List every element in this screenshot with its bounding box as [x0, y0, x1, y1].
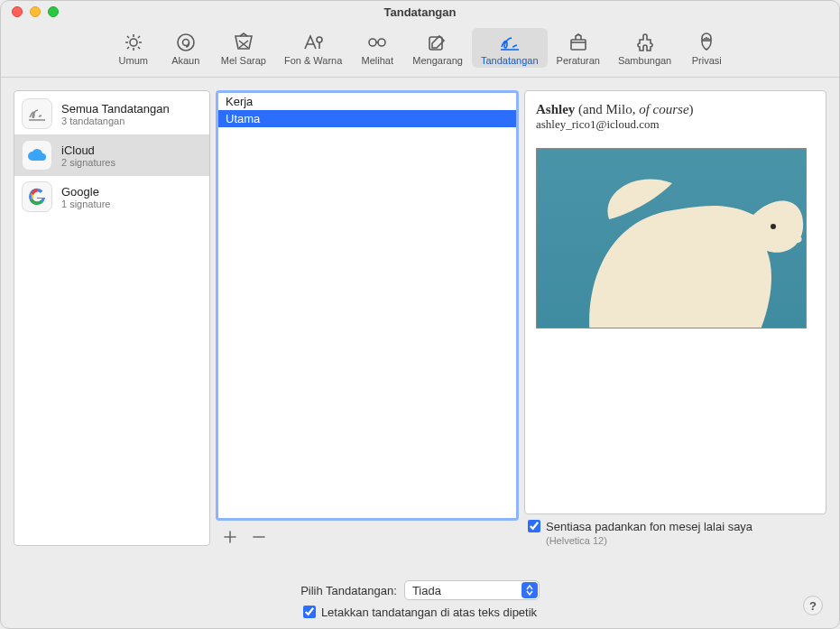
preferences-toolbar: UmumAkaunMel SarapFon & WarnaMelihatMeng…	[1, 23, 839, 78]
svg-point-8	[771, 224, 776, 229]
titlebar: Tandatangan	[1, 1, 839, 23]
svg-rect-7	[571, 40, 586, 50]
account-item[interactable]: Semua Tandatangan3 tandatangan	[14, 93, 209, 134]
rules-icon	[566, 32, 591, 53]
choose-signature-select[interactable]: Tiada	[404, 580, 540, 600]
above-quoted-label[interactable]: Letakkan tandatangan di atas teks dipeti…	[321, 606, 537, 619]
junk-icon	[231, 32, 256, 53]
window-title: Tandatangan	[1, 5, 839, 19]
match-font-checkbox[interactable]	[528, 520, 540, 532]
toolbar-label: Tandatangan	[481, 55, 539, 66]
svg-point-1	[178, 34, 194, 51]
toolbar-privacy[interactable]: Privasi	[680, 28, 733, 68]
toolbar-general[interactable]: Umum	[107, 28, 160, 68]
account-item[interactable]: iCloud2 signatures	[14, 134, 209, 176]
privacy-icon	[694, 32, 719, 53]
toolbar-viewing[interactable]: Melihat	[351, 28, 403, 68]
match-font-label[interactable]: Sentiasa padankan fon mesej lalai saya	[546, 520, 752, 533]
toolbar-extensions[interactable]: Sambungan	[609, 28, 680, 68]
google-icon	[22, 181, 52, 212]
toolbar-signatures[interactable]: Tandatangan	[472, 28, 548, 68]
signature-row[interactable]: Utama	[218, 110, 516, 127]
toolbar-label: Privasi	[692, 55, 722, 66]
extensions-icon	[632, 32, 658, 53]
toolbar-label: Umum	[119, 55, 148, 66]
toolbar-label: Melihat	[362, 55, 393, 66]
fonts-icon	[300, 32, 326, 53]
toolbar-rules[interactable]: Peraturan	[548, 28, 609, 68]
signature-preview-name: Ashley (and Milo, of course)	[536, 102, 815, 117]
toolbar-label: Sambungan	[618, 55, 671, 66]
choose-signature-value: Tiada	[412, 584, 441, 597]
signature-row[interactable]: Kerja	[218, 93, 516, 110]
toolbar-label: Mel Sarap	[221, 55, 266, 66]
general-icon	[121, 32, 146, 53]
toolbar-composing[interactable]: Mengarang	[403, 28, 472, 68]
account-item[interactable]: Google1 signature	[14, 176, 209, 217]
cloud-icon	[22, 140, 52, 171]
toolbar-label: Fon & Warna	[284, 55, 342, 66]
pen-icon	[22, 98, 52, 129]
account-sub: 3 tandatangan	[61, 116, 170, 126]
add-signature-button[interactable]	[221, 528, 239, 546]
above-quoted-checkbox[interactable]	[303, 606, 316, 618]
signature-preview-email: ashley_rico1@icloud.com	[536, 117, 815, 132]
toolbar-fonts[interactable]: Fon & Warna	[275, 28, 351, 68]
account-name: iCloud	[61, 143, 115, 157]
account-name: Semua Tandatangan	[61, 102, 170, 116]
accounts-list[interactable]: Semua Tandatangan3 tandatanganiCloud2 si…	[14, 90, 210, 546]
toolbar-label: Peraturan	[557, 55, 600, 66]
select-arrows-icon	[522, 582, 538, 598]
accounts-icon	[173, 32, 198, 53]
match-font-hint: (Helvetica 12)	[546, 535, 823, 546]
toolbar-junk[interactable]: Mel Sarap	[212, 28, 275, 68]
choose-signature-label: Pilih Tandatangan:	[300, 584, 397, 597]
signature-preview[interactable]: Ashley (and Milo, of course) ashley_rico…	[524, 90, 826, 514]
signatures-icon	[497, 32, 522, 53]
composing-icon	[425, 32, 450, 53]
signature-list[interactable]: KerjaUtama	[216, 90, 519, 521]
toolbar-label: Akaun	[171, 55, 199, 66]
svg-point-4	[369, 39, 376, 46]
svg-point-0	[130, 39, 137, 46]
account-sub: 1 signature	[61, 199, 110, 209]
svg-point-3	[317, 37, 322, 42]
account-sub: 2 signatures	[61, 157, 115, 168]
remove-signature-button[interactable]	[250, 528, 268, 546]
toolbar-label: Mengarang	[412, 55, 463, 66]
svg-point-5	[378, 39, 385, 46]
help-button[interactable]: ?	[803, 596, 823, 615]
signature-preview-image	[536, 148, 807, 328]
account-name: Google	[61, 185, 110, 199]
toolbar-accounts[interactable]: Akaun	[160, 28, 212, 68]
viewing-icon	[365, 32, 390, 53]
